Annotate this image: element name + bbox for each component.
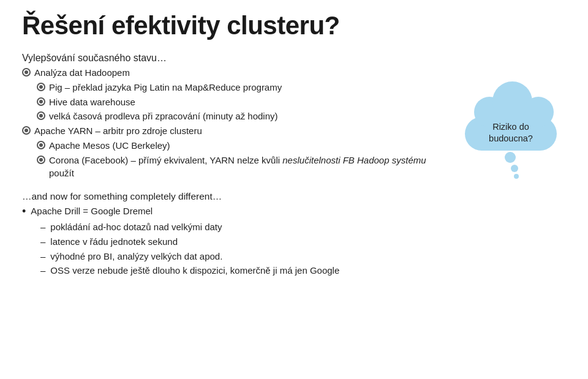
section1-item-2: Hive data warehouse bbox=[49, 96, 135, 109]
section1-sub-item-1: Pig – překlad jazyka Pig Latin na Map&Re… bbox=[37, 81, 443, 94]
section3-dash-item-4: – OSS verze nebude ještě dlouho k dispoz… bbox=[40, 264, 443, 277]
cloud-container: Riziko do budoucna? bbox=[456, 89, 566, 151]
cloud-text: Riziko do budoucna? bbox=[459, 121, 563, 144]
content-area: Vylepšování současného stavu… Analýza da… bbox=[22, 53, 566, 279]
section3-dash-item-1: – pokládání ad-hoc dotazů nad velkými da… bbox=[40, 220, 443, 234]
section3-dash-text-3: výhodné pro BI, analýzy velkých dat apod… bbox=[50, 250, 222, 263]
page-title: Řešení efektivity clusteru? bbox=[22, 11, 566, 40]
cloud-line2: budoucna? bbox=[489, 133, 533, 143]
section2-heading-item: Apache YARN – arbitr pro zdroje clusteru bbox=[22, 124, 443, 138]
section3: …and now for something completely differ… bbox=[22, 191, 443, 277]
dash-icon-1: – bbox=[40, 220, 45, 234]
section2-item-1: Apache Mesos (UC Berkeley) bbox=[49, 139, 170, 152]
dash-icon-4: – bbox=[40, 264, 45, 277]
left-content: Vylepšování současného stavu… Analýza da… bbox=[22, 53, 456, 279]
dash-icon-2: – bbox=[40, 235, 45, 249]
section1-heading-item: Analýza dat Hadoopem bbox=[22, 66, 443, 80]
ring-icon-sub-5 bbox=[37, 156, 45, 164]
section2-sub-list: Apache Mesos (UC Berkeley) Corona (Faceb… bbox=[37, 139, 443, 180]
section3-dash-text-2: latence v řádu jednotek sekund bbox=[50, 235, 178, 249]
ring-icon-sub-2 bbox=[37, 97, 45, 106]
section3-dash-text-1: pokládání ad-hoc dotazů nad velkými daty bbox=[50, 220, 222, 234]
ring-icon-sub-3 bbox=[37, 111, 45, 120]
bullet-dot-icon: • bbox=[22, 203, 26, 219]
section1-heading: Analýza dat Hadoopem bbox=[34, 66, 130, 80]
cloud-shape: Riziko do budoucna? bbox=[459, 89, 563, 151]
section2-sub-item-1: Apache Mesos (UC Berkeley) bbox=[37, 139, 443, 152]
section2-sub-item-2: Corona (Facebook) – přímý ekvivalent, YA… bbox=[37, 154, 443, 181]
dash-icon-3: – bbox=[40, 250, 45, 263]
thought-bubble-small bbox=[514, 174, 519, 179]
section3-intro: …and now for something completely differ… bbox=[22, 191, 443, 202]
section1-item-3: velká časová prodleva při zpracování (mi… bbox=[49, 110, 278, 123]
section3-list: • Apache Drill = Google Dremel bbox=[22, 205, 443, 219]
section2-item-2-text: Corona (Facebook) – přímý ekvivalent, YA… bbox=[49, 154, 426, 181]
intro-text: Vylepšování současného stavu… bbox=[22, 53, 443, 64]
cloud-line1: Riziko do bbox=[492, 122, 529, 132]
section2-heading: Apache YARN – arbitr pro zdroje clusteru bbox=[34, 124, 202, 138]
section1-sub-list: Pig – překlad jazyka Pig Latin na Map&Re… bbox=[37, 81, 443, 123]
section3-heading: Apache Drill = Google Dremel bbox=[31, 205, 153, 218]
italic-text: neslučitelnosti FB Hadoop systému bbox=[282, 155, 426, 165]
ring-icon-sub-4 bbox=[37, 141, 45, 149]
section2-continuation: použít bbox=[49, 168, 74, 178]
ring-icon-sub-1 bbox=[37, 83, 45, 91]
ring-icon-2 bbox=[22, 126, 31, 135]
section3-dash-list: – pokládání ad-hoc dotazů nad velkými da… bbox=[40, 220, 443, 277]
thought-bubble-medium bbox=[511, 165, 518, 172]
section1-item-1: Pig – překlad jazyka Pig Latin na Map&Re… bbox=[49, 81, 282, 94]
ring-icon-1 bbox=[22, 68, 31, 77]
page: Řešení efektivity clusteru? Vylepšování … bbox=[0, 0, 588, 290]
section3-dash-item-2: – latence v řádu jednotek sekund bbox=[40, 235, 443, 249]
section1-list: Analýza dat Hadoopem Pig – překlad jazyk… bbox=[22, 66, 443, 123]
section3-intro-text: …and now for something completely differ… bbox=[22, 191, 222, 201]
section1-sub-item-2: Hive data warehouse bbox=[37, 96, 443, 109]
section3-dash-text-4: OSS verze nebude ještě dlouho k dispozic… bbox=[50, 264, 339, 277]
section3-dash-item-3: – výhodné pro BI, analýzy velkých dat ap… bbox=[40, 250, 443, 263]
section2-list: Apache YARN – arbitr pro zdroje clusteru… bbox=[22, 124, 443, 180]
section1-sub-item-3: velká časová prodleva při zpracování (mi… bbox=[37, 110, 443, 123]
section3-heading-item: • Apache Drill = Google Dremel bbox=[22, 205, 443, 219]
thought-bubble-large bbox=[505, 152, 516, 163]
